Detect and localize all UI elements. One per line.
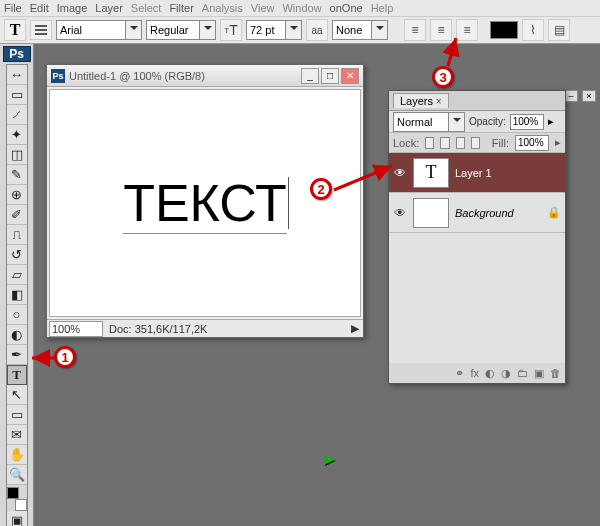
layer-row[interactable]: 👁 T Layer 1	[389, 153, 565, 193]
document-titlebar[interactable]: Ps Untitled-1 @ 100% (RGB/8) _ □ ✕	[47, 65, 363, 87]
font-size-dropdown[interactable]	[246, 20, 302, 40]
delete-layer-icon[interactable]: 🗑	[550, 367, 561, 379]
layer-style-icon[interactable]: fx	[470, 367, 479, 379]
font-family-dropdown[interactable]	[56, 20, 142, 40]
layer-mask-icon[interactable]: ◐	[485, 367, 495, 380]
warp-text-icon[interactable]: ⌇	[522, 19, 544, 41]
tool-heal[interactable]: ⊕	[7, 185, 27, 205]
lock-position-icon[interactable]	[456, 137, 465, 149]
tool-stamp[interactable]: ⎍	[7, 225, 27, 245]
typed-text[interactable]: ТЕКСТ	[123, 173, 287, 234]
lock-all-icon[interactable]	[471, 137, 480, 149]
annotation-3: 3	[432, 66, 454, 88]
menu-edit[interactable]: Edit	[30, 2, 49, 14]
maximize-button[interactable]: □	[321, 68, 339, 84]
tool-eraser[interactable]: ▱	[7, 265, 27, 285]
tool-marquee[interactable]: ▭	[7, 85, 27, 105]
align-left-icon[interactable]: ≡	[404, 19, 426, 41]
font-style-dropdown[interactable]	[146, 20, 216, 40]
lock-pixels-icon[interactable]	[440, 137, 449, 149]
antialias-dropdown[interactable]	[332, 20, 388, 40]
layer-row[interactable]: 👁 Background 🔒	[389, 193, 565, 233]
link-layers-icon[interactable]: ⚭	[455, 367, 464, 380]
tool-dodge[interactable]: ◐	[7, 325, 27, 345]
menu-bar: File Edit Image Layer Select Filter Anal…	[0, 0, 600, 16]
tool-eyedropper[interactable]: ✎	[7, 165, 27, 185]
app-logo-icon: Ps	[3, 46, 31, 62]
menu-analysis[interactable]: Analysis	[202, 2, 243, 14]
tool-brush[interactable]: ✐	[7, 205, 27, 225]
menu-layer[interactable]: Layer	[95, 2, 123, 14]
tool-type[interactable]: T	[7, 365, 27, 385]
close-button[interactable]: ✕	[341, 68, 359, 84]
menu-filter[interactable]: Filter	[169, 2, 193, 14]
tool-hand[interactable]: ✋	[7, 445, 27, 465]
tool-gradient[interactable]: ◧	[7, 285, 27, 305]
dropdown-icon[interactable]	[200, 20, 216, 40]
text-color-swatch[interactable]	[490, 21, 518, 39]
tool-crop[interactable]: ◫	[7, 145, 27, 165]
panel-minimize-icon[interactable]: –	[564, 90, 578, 102]
document-window: Ps Untitled-1 @ 100% (RGB/8) _ □ ✕ ТЕКСТ…	[46, 64, 364, 338]
layer-name[interactable]: Layer 1	[455, 167, 561, 179]
tool-wand[interactable]: ✦	[7, 125, 27, 145]
blend-mode-field[interactable]	[393, 112, 449, 132]
opacity-field[interactable]	[510, 114, 544, 130]
align-center-icon[interactable]: ≡	[430, 19, 452, 41]
character-panel-icon[interactable]: ▤	[548, 19, 570, 41]
lock-transparency-icon[interactable]	[425, 137, 434, 149]
tool-lasso[interactable]: ⟋	[7, 105, 27, 125]
tool-pen[interactable]: ✒	[7, 345, 27, 365]
dropdown-icon[interactable]	[286, 20, 302, 40]
layer-thumb[interactable]	[413, 198, 449, 228]
fill-field[interactable]	[515, 135, 549, 151]
layer-group-icon[interactable]: 🗀	[517, 367, 528, 379]
minimize-button[interactable]: _	[301, 68, 319, 84]
tool-notes[interactable]: ✉	[7, 425, 27, 445]
color-picker[interactable]	[7, 487, 27, 511]
bg-color-swatch[interactable]	[15, 499, 27, 511]
menu-file[interactable]: File	[4, 2, 22, 14]
align-right-icon[interactable]: ≡	[456, 19, 478, 41]
font-style-field[interactable]	[146, 20, 200, 40]
menu-image[interactable]: Image	[57, 2, 88, 14]
tab-layers[interactable]: Layers ×	[393, 93, 449, 108]
zoom-field[interactable]: 100%	[49, 321, 103, 337]
tool-blur[interactable]: ○	[7, 305, 27, 325]
font-size-field[interactable]	[246, 20, 286, 40]
new-layer-icon[interactable]: ▣	[534, 367, 544, 380]
layer-name[interactable]: Background	[455, 207, 541, 219]
antialias-field[interactable]	[332, 20, 372, 40]
adjustment-layer-icon[interactable]: ◑	[501, 367, 511, 380]
menu-select[interactable]: Select	[131, 2, 162, 14]
fg-color-swatch[interactable]	[7, 487, 19, 499]
panel-close-icon[interactable]: ×	[582, 90, 596, 102]
tool-path[interactable]: ↖	[7, 385, 27, 405]
fill-flyout-icon[interactable]: ▸	[555, 136, 561, 149]
menu-view[interactable]: View	[251, 2, 275, 14]
canvas[interactable]: ТЕКСТ	[49, 89, 361, 317]
tool-preset-icon[interactable]: T	[4, 19, 26, 41]
tab-close-icon[interactable]: ×	[436, 96, 442, 107]
antialias-label: aa	[306, 19, 328, 41]
tool-shape[interactable]: ▭	[7, 405, 27, 425]
menu-help[interactable]: Help	[371, 2, 394, 14]
visibility-icon[interactable]: 👁	[393, 166, 407, 180]
dropdown-icon[interactable]	[449, 112, 465, 132]
visibility-icon[interactable]: 👁	[393, 206, 407, 220]
dropdown-icon[interactable]	[126, 20, 142, 40]
blend-mode-dropdown[interactable]	[393, 112, 465, 132]
tool-move[interactable]: ↔	[7, 65, 27, 85]
dropdown-icon[interactable]	[372, 20, 388, 40]
tool-zoom[interactable]: 🔍	[7, 465, 27, 485]
layer-thumb[interactable]: T	[413, 158, 449, 188]
doc-icon: Ps	[51, 69, 65, 83]
doc-info-menu-icon[interactable]: ▶	[347, 322, 363, 335]
tool-history[interactable]: ↺	[7, 245, 27, 265]
menu-window[interactable]: Window	[282, 2, 321, 14]
tool-screenmode[interactable]: ▣	[7, 511, 27, 526]
tool-preset-menu-icon[interactable]	[30, 20, 52, 40]
opacity-flyout-icon[interactable]: ▸	[548, 115, 554, 128]
menu-onone[interactable]: onOne	[330, 2, 363, 14]
font-family-field[interactable]	[56, 20, 126, 40]
